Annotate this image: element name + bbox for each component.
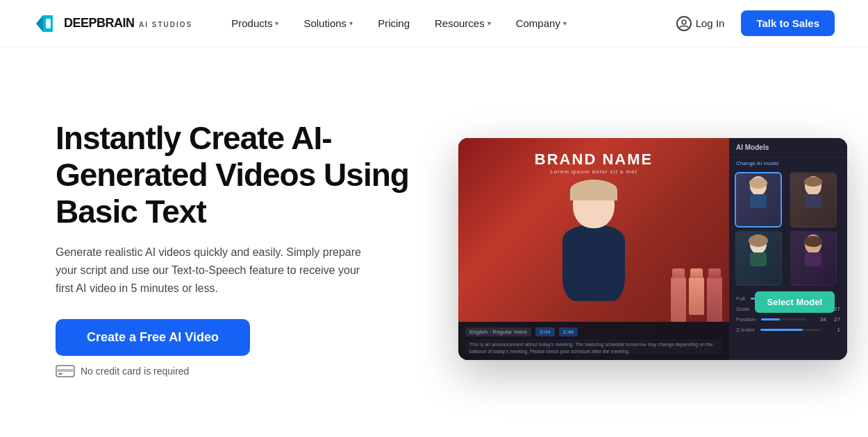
ctrl-row-zindex: Z-Index 1	[736, 327, 840, 333]
svg-rect-9	[750, 194, 767, 208]
chevron-down-icon: ▾	[275, 19, 278, 27]
sidebar-header: AI Models	[729, 138, 847, 157]
model-face-1	[736, 173, 781, 207]
lipstick-3	[707, 277, 722, 322]
hero-right: BRAND NAME Lorem ipsum dolor sit a met	[458, 138, 847, 360]
lipstick-1	[671, 277, 686, 322]
logo-main-text: DEEPBRAIN	[64, 16, 135, 30]
nav-pricing[interactable]: Pricing	[367, 12, 421, 35]
nav-solutions[interactable]: Solutions ▾	[292, 12, 364, 35]
ctrl-value-x: 34	[812, 316, 826, 323]
model-face-2	[791, 173, 835, 207]
svg-rect-12	[805, 194, 821, 208]
svg-point-8	[749, 178, 767, 189]
ctrl-label-zindex: Z-Index	[736, 327, 755, 333]
ai-models-sidebar: AI Models Change AI model	[729, 138, 847, 360]
hero-section: Instantly Create AI-Generated Videos Usi…	[0, 47, 868, 437]
nav-products[interactable]: Products ▾	[220, 12, 290, 35]
lipstick-products	[671, 277, 722, 322]
hero-left: Instantly Create AI-Generated Videos Usi…	[56, 120, 417, 378]
brand-name-text: BRAND NAME	[535, 151, 653, 169]
nav-resources[interactable]: Resources ▾	[424, 12, 502, 35]
svg-marker-1	[36, 15, 43, 32]
chevron-down-icon: ▾	[487, 19, 491, 27]
hero-cta: Create a Free AI Video No credit card is…	[56, 319, 417, 378]
logo-icon	[33, 11, 58, 36]
presenter-head	[573, 180, 615, 228]
ctrl-label-full: Full	[736, 295, 745, 302]
ctrl-value-y: 27	[826, 316, 840, 323]
time-badge-2: 1:46	[559, 327, 578, 336]
model-thumb-3[interactable]	[735, 230, 782, 286]
svg-rect-15	[750, 252, 767, 266]
chevron-down-icon: ▾	[563, 19, 567, 27]
select-model-button[interactable]: Select Model	[755, 291, 835, 313]
ctrl-row-position: Position 34 27	[736, 316, 840, 323]
chevron-down-icon: ▾	[349, 19, 353, 27]
ctrl-label-scale: Scale	[736, 306, 750, 312]
ctrl-slider-position[interactable]	[761, 318, 807, 320]
login-button[interactable]: Log In	[668, 10, 733, 37]
lipstick-2	[689, 277, 704, 315]
navbar: DEEPBRAIN AI STUDIOS Products ▾ Solution…	[0, 0, 868, 47]
nav-company[interactable]: Company ▾	[505, 12, 578, 35]
create-free-video-button[interactable]: Create a Free AI Video	[56, 319, 250, 356]
nav-right: Log In Talk to Sales	[668, 10, 835, 37]
script-text-area: This is an announcement about today's me…	[465, 339, 722, 354]
language-badge: English - Regular Voice	[465, 327, 531, 336]
svg-point-17	[804, 236, 822, 247]
logo[interactable]: DEEPBRAIN AI STUDIOS	[33, 11, 192, 36]
change-ai-model-link[interactable]: Change AI model	[729, 157, 847, 166]
hero-title: Instantly Create AI-Generated Videos Usi…	[56, 120, 417, 230]
ctrl-value-zindex: 1	[826, 327, 840, 333]
ctrl-label-position: Position	[736, 316, 756, 323]
model-thumb-1[interactable]	[735, 172, 782, 228]
brand-tagline-text: Lorem ipsum dolor sit a met	[535, 169, 653, 175]
presenter-hair	[570, 180, 617, 200]
talk-to-sales-button[interactable]: Talk to Sales	[741, 10, 835, 36]
ctrl-slider-zindex[interactable]	[760, 329, 821, 331]
video-preview-area: BRAND NAME Lorem ipsum dolor sit a met	[458, 138, 729, 360]
svg-point-3	[682, 20, 686, 24]
video-controls-bar: English - Regular Voice 0:04 1:46 This i…	[458, 322, 729, 360]
svg-point-14	[749, 234, 768, 247]
product-screenshot: BRAND NAME Lorem ipsum dolor sit a met	[458, 138, 847, 360]
time-badge-1: 0:04	[535, 327, 555, 336]
model-face-4	[791, 232, 835, 266]
svg-rect-6	[58, 373, 62, 375]
credit-card-icon	[56, 364, 75, 378]
hero-subtitle: Generate realistic AI videos quickly and…	[56, 243, 375, 297]
model-face-3	[736, 232, 781, 266]
model-thumb-2[interactable]	[790, 172, 837, 228]
svg-rect-2	[46, 19, 51, 28]
logo-sub-text: AI STUDIOS	[139, 21, 192, 28]
svg-point-11	[804, 177, 822, 187]
svg-rect-18	[805, 252, 821, 266]
model-grid	[729, 166, 847, 291]
nav-links: Products ▾ Solutions ▾ Pricing Resources…	[220, 12, 667, 35]
user-icon	[676, 16, 692, 31]
model-thumb-4[interactable]	[790, 230, 837, 286]
no-credit-card-text: No credit card is required	[56, 364, 417, 378]
controls-top-row: English - Regular Voice 0:04 1:46	[465, 327, 722, 336]
brand-overlay: BRAND NAME Lorem ipsum dolor sit a met	[535, 151, 653, 175]
presenter-body	[562, 225, 625, 301]
ai-presenter	[552, 180, 635, 318]
svg-rect-5	[56, 369, 74, 372]
